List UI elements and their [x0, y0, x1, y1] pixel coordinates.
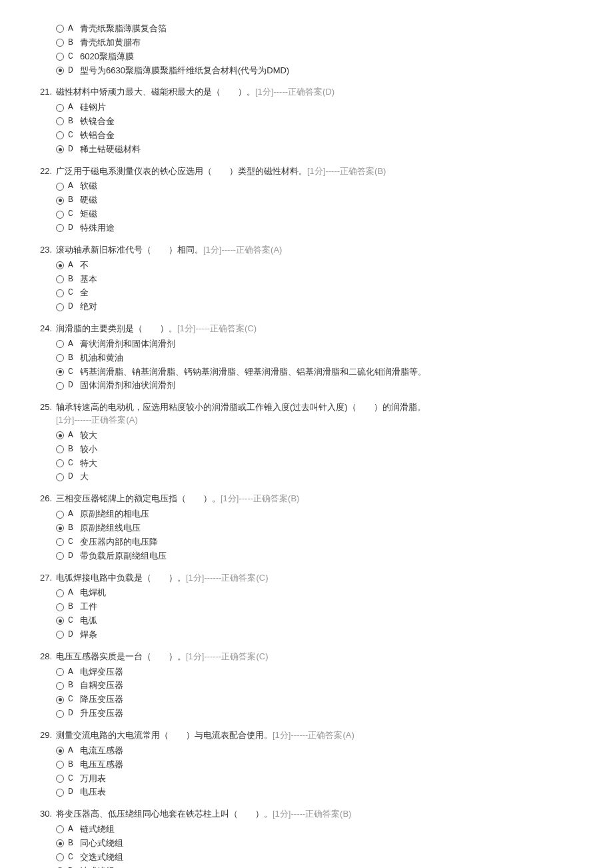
option[interactable]: C降压变压器 [56, 693, 586, 706]
radio-icon[interactable] [56, 631, 64, 639]
question-meta: [1分]-----正确答案(C) [177, 323, 257, 333]
option[interactable]: C特大 [56, 457, 586, 470]
radio-icon[interactable] [56, 552, 64, 560]
radio-selected-icon[interactable] [56, 696, 64, 704]
option[interactable]: A电焊变压器 [56, 666, 586, 679]
radio-icon[interactable] [56, 289, 64, 297]
option-label: D [68, 865, 77, 868]
radio-icon[interactable] [56, 775, 64, 783]
radio-selected-icon[interactable] [56, 67, 64, 75]
radio-icon[interactable] [56, 668, 64, 676]
option[interactable]: D稀土钴硬磁材料 [56, 143, 586, 156]
option[interactable]: C变压器内部的电压降 [56, 536, 586, 549]
option[interactable]: B机油和黄油 [56, 352, 586, 365]
option[interactable]: A电焊机 [56, 587, 586, 599]
radio-selected-icon[interactable] [56, 197, 64, 205]
option[interactable]: C万用表 [56, 773, 586, 785]
option[interactable]: A电流互感器 [56, 745, 586, 757]
radio-icon[interactable] [56, 224, 64, 232]
radio-selected-icon[interactable] [56, 747, 64, 755]
option[interactable]: B较小 [56, 443, 586, 456]
option[interactable]: C钙基润滑脂、钠基润滑脂、钙钠基润滑脂、锂基润滑脂、铝基润滑脂和二硫化钼润滑脂等… [56, 366, 586, 379]
option[interactable]: A膏状润滑剂和固体润滑剂 [56, 338, 586, 351]
radio-icon[interactable] [56, 211, 64, 219]
option[interactable]: B青壳纸加黄腊布 [56, 37, 586, 49]
option[interactable]: B工件 [56, 601, 586, 613]
option[interactable]: D升压变压器 [56, 707, 586, 720]
option-label: D [68, 65, 77, 77]
radio-icon[interactable] [56, 117, 64, 125]
option[interactable]: D绝对 [56, 301, 586, 313]
option[interactable]: D固体润滑剂和油状润滑剂 [56, 379, 586, 392]
option[interactable]: C全 [56, 287, 586, 299]
radio-selected-icon[interactable] [56, 145, 64, 153]
option[interactable]: C矩磁 [56, 208, 586, 221]
option[interactable]: D型号为6630聚脂薄膜聚脂纤维纸复合材料(代号为DMD) [56, 65, 586, 77]
option[interactable]: B自耦变压器 [56, 679, 586, 692]
radio-icon[interactable] [56, 303, 64, 311]
option[interactable]: B基本 [56, 273, 586, 286]
radio-selected-icon[interactable] [56, 431, 64, 439]
option[interactable]: D带负载后原副绕组电压 [56, 550, 586, 563]
option[interactable]: B铁镍合金 [56, 115, 586, 128]
question-head: 26.三相变压器铭牌上的额定电压指（ ）。[1分]-----正确答案(B) [33, 493, 586, 505]
radio-icon[interactable] [56, 761, 64, 769]
option[interactable]: A较大 [56, 429, 586, 442]
option-label: D [68, 629, 77, 641]
radio-icon[interactable] [56, 275, 64, 283]
radio-icon[interactable] [56, 710, 64, 718]
option-text: 较小 [80, 443, 97, 456]
radio-selected-icon[interactable] [56, 617, 64, 625]
radio-selected-icon[interactable] [56, 368, 64, 376]
radio-icon[interactable] [56, 445, 64, 453]
option[interactable]: D大 [56, 471, 586, 483]
question-meta: [1分]------正确答案(C) [186, 573, 268, 583]
radio-icon[interactable] [56, 682, 64, 690]
radio-icon[interactable] [56, 183, 64, 191]
radio-icon[interactable] [56, 104, 64, 112]
option[interactable]: A链式绕组 [56, 823, 586, 836]
option[interactable]: B同心式绕组 [56, 837, 586, 850]
radio-icon[interactable] [56, 53, 64, 61]
option[interactable]: C铁铝合金 [56, 129, 586, 142]
option[interactable]: D波式绕组 [56, 865, 586, 868]
question-number: 29. [33, 729, 56, 742]
question-meta: [1分]------正确答案(A) [56, 415, 138, 425]
option[interactable]: B原副绕组线电压 [56, 522, 586, 535]
radio-icon[interactable] [56, 39, 64, 47]
option[interactable]: A青壳纸聚脂薄膜复合箔 [56, 23, 586, 35]
option[interactable]: A硅钢片 [56, 101, 586, 114]
radio-icon[interactable] [56, 589, 64, 597]
radio-icon[interactable] [56, 459, 64, 467]
option-label: A [68, 338, 77, 351]
radio-icon[interactable] [56, 511, 64, 519]
radio-icon[interactable] [56, 354, 64, 362]
option[interactable]: C6020聚脂薄膜 [56, 51, 586, 63]
radio-icon[interactable] [56, 131, 64, 139]
radio-icon[interactable] [56, 853, 64, 861]
radio-icon[interactable] [56, 538, 64, 546]
option[interactable]: A不 [56, 259, 586, 272]
option[interactable]: C电弧 [56, 615, 586, 627]
option[interactable]: D特殊用途 [56, 222, 586, 235]
radio-selected-icon[interactable] [56, 261, 64, 269]
option[interactable]: A软磁 [56, 180, 586, 193]
option[interactable]: B电压互感器 [56, 759, 586, 771]
option-label: C [68, 773, 77, 785]
radio-selected-icon[interactable] [56, 524, 64, 532]
option[interactable]: A原副绕组的相电压 [56, 508, 586, 521]
radio-icon[interactable] [56, 340, 64, 348]
options: A链式绕组B同心式绕组C交迭式绕组D波式绕组 [56, 823, 586, 868]
option[interactable]: D电压表 [56, 786, 586, 799]
option-text: 电压表 [80, 786, 106, 799]
radio-icon[interactable] [56, 25, 64, 33]
option[interactable]: C交迭式绕组 [56, 851, 586, 864]
option[interactable]: D焊条 [56, 629, 586, 641]
radio-selected-icon[interactable] [56, 839, 64, 847]
radio-icon[interactable] [56, 789, 64, 797]
radio-icon[interactable] [56, 382, 64, 390]
option[interactable]: B硬磁 [56, 194, 586, 207]
radio-icon[interactable] [56, 603, 64, 611]
radio-icon[interactable] [56, 825, 64, 833]
radio-icon[interactable] [56, 473, 64, 481]
